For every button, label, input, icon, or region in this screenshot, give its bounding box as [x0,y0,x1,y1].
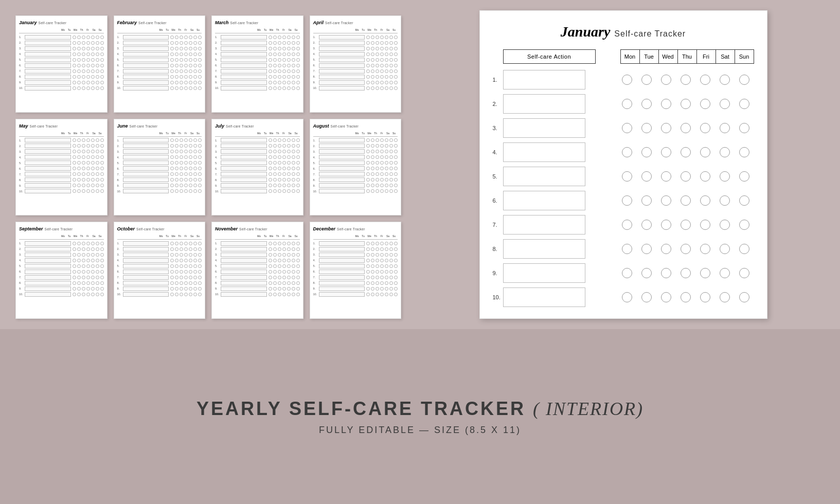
card-circle[interactable] [82,270,85,274]
card-circle[interactable] [385,41,388,45]
card-circle[interactable] [189,270,192,274]
card-circle[interactable] [282,281,286,285]
card-circle[interactable] [287,86,291,90]
card-action-box[interactable] [123,52,169,57]
card-circle[interactable] [385,259,388,262]
card-circle[interactable] [296,242,300,245]
card-action-box[interactable] [221,149,267,154]
card-action-box[interactable] [25,247,71,251]
card-circle[interactable] [96,293,99,296]
card-circle[interactable] [292,253,295,257]
card-circle[interactable] [380,184,384,187]
card-circle[interactable] [91,81,95,84]
card-circle[interactable] [292,167,295,170]
card-action-box[interactable] [221,286,267,291]
card-circle[interactable] [394,178,398,182]
card-circle[interactable] [73,41,76,45]
card-circle[interactable] [287,270,291,274]
card-circle[interactable] [184,161,188,165]
card-circle[interactable] [366,69,370,73]
card-circle[interactable] [170,81,174,84]
card-circle[interactable] [100,144,104,148]
card-circle[interactable] [296,161,300,165]
large-circle[interactable] [700,244,710,254]
card-circle[interactable] [100,247,104,251]
card-circle[interactable] [189,35,192,39]
card-action-box[interactable] [25,75,71,79]
card-circle[interactable] [193,178,197,182]
card-circle[interactable] [282,69,286,73]
card-circle[interactable] [273,161,277,165]
card-circle[interactable] [180,52,183,56]
card-circle[interactable] [380,172,384,176]
card-circle[interactable] [91,167,95,170]
card-circle[interactable] [282,81,286,84]
card-circle[interactable] [394,150,398,153]
card-circle[interactable] [389,259,393,262]
card-circle[interactable] [287,161,291,165]
card-circle[interactable] [189,287,192,291]
card-circle[interactable] [91,172,95,176]
card-circle[interactable] [287,58,291,62]
card-circle[interactable] [86,69,90,73]
card-circle[interactable] [77,270,81,274]
card-circle[interactable] [100,189,104,193]
card-circle[interactable] [73,293,76,296]
card-circle[interactable] [371,178,374,182]
card-circle[interactable] [287,172,291,176]
card-circle[interactable] [189,69,192,73]
card-circle[interactable] [189,281,192,285]
card-circle[interactable] [380,167,384,170]
card-circle[interactable] [269,41,272,45]
card-circle[interactable] [376,41,379,45]
card-action-box[interactable] [221,35,267,40]
large-circle[interactable] [661,123,671,133]
card-circle[interactable] [278,75,281,79]
card-circle[interactable] [394,155,398,159]
card-action-box[interactable] [221,52,267,57]
card-circle[interactable] [175,64,178,67]
card-circle[interactable] [278,270,281,274]
card-circle[interactable] [366,58,370,62]
card-circle[interactable] [296,41,300,45]
card-circle[interactable] [180,161,183,165]
card-circle[interactable] [389,167,393,170]
card-circle[interactable] [77,247,81,251]
card-circle[interactable] [380,293,384,296]
card-circle[interactable] [394,69,398,73]
card-circle[interactable] [82,167,85,170]
card-circle[interactable] [73,58,76,62]
card-circle[interactable] [376,281,379,285]
card-circle[interactable] [170,41,174,45]
card-circle[interactable] [96,167,99,170]
card-circle[interactable] [189,64,192,67]
card-action-box[interactable] [123,86,169,91]
card-circle[interactable] [292,281,295,285]
large-circle[interactable] [681,147,691,157]
card-circle[interactable] [82,293,85,296]
card-circle[interactable] [273,64,277,67]
card-circle[interactable] [86,155,90,159]
card-circle[interactable] [86,41,90,45]
card-circle[interactable] [380,264,384,268]
card-circle[interactable] [376,184,379,187]
card-circle[interactable] [292,178,295,182]
card-circle[interactable] [77,242,81,245]
card-circle[interactable] [278,86,281,90]
card-circle[interactable] [385,86,388,90]
card-circle[interactable] [82,150,85,153]
card-circle[interactable] [86,247,90,251]
card-circle[interactable] [73,69,76,73]
large-circle[interactable] [641,99,652,109]
card-circle[interactable] [180,69,183,73]
card-circle[interactable] [389,172,393,176]
card-circle[interactable] [366,184,370,187]
card-circle[interactable] [180,155,183,159]
card-action-box[interactable] [221,46,267,51]
card-circle[interactable] [376,253,379,257]
card-circle[interactable] [82,242,85,245]
card-circle[interactable] [77,253,81,257]
large-circle[interactable] [681,171,691,182]
card-circle[interactable] [170,155,174,159]
card-circle[interactable] [385,293,388,296]
